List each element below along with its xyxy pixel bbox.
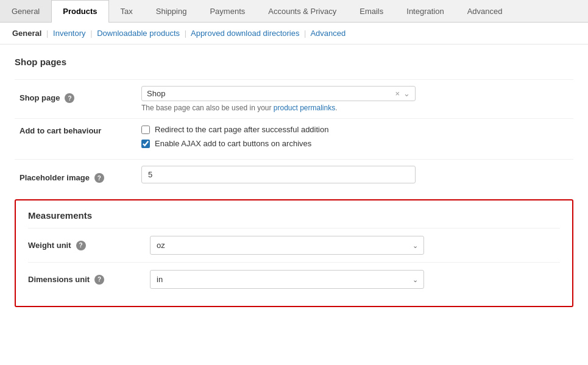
dimensions-unit-select-wrapper: m cm mm in yd ft ⌄: [150, 270, 424, 289]
dimensions-unit-label: Dimensions unit: [28, 275, 90, 284]
shop-page-label-cell: Shop page ?: [15, 80, 136, 119]
weight-unit-label-wrapper: Weight unit ?: [28, 241, 150, 250]
dimensions-unit-row: Dimensions unit ? m cm mm in yd ft ⌄: [28, 262, 560, 296]
add-to-cart-row: Add to cart behaviour Redirect to the ca…: [15, 119, 573, 160]
tab-emails[interactable]: Emails: [348, 0, 395, 22]
dimensions-unit-select[interactable]: m cm mm in yd ft: [150, 270, 424, 289]
subnav-advanced[interactable]: Advanced: [310, 29, 345, 38]
dimensions-unit-label-wrapper: Dimensions unit ?: [28, 275, 150, 285]
main-content: Shop pages Shop page ? Shop × ⌄: [0, 44, 588, 319]
subnav-current: General: [12, 29, 41, 38]
tab-integration[interactable]: Integration: [395, 0, 455, 22]
placeholder-image-field-cell: [136, 160, 573, 190]
placeholder-image-label: Placeholder image: [19, 173, 90, 182]
shop-page-field-cell: Shop × ⌄ The base page can also be used …: [136, 80, 573, 119]
add-to-cart-field-cell: Redirect to the cart page after successf…: [136, 119, 573, 160]
shop-page-help-icon[interactable]: ?: [65, 93, 74, 103]
weight-unit-select-wrapper: g kg lbs oz ⌄: [150, 236, 424, 255]
tab-advanced[interactable]: Advanced: [456, 0, 514, 22]
ajax-checkbox-label: Enable AJAX add to cart buttons on archi…: [155, 139, 311, 148]
shop-page-row: Shop page ? Shop × ⌄ The base page can a…: [15, 80, 573, 119]
ajax-checkbox-row: Enable AJAX add to cart buttons on archi…: [141, 139, 569, 148]
shop-page-select-wrapper: Shop × ⌄: [141, 86, 416, 101]
page-wrapper: General Products Tax Shipping Payments A…: [0, 0, 588, 365]
dimensions-unit-help-icon[interactable]: ?: [94, 275, 104, 285]
weight-unit-help-icon[interactable]: ?: [76, 241, 86, 250]
weight-unit-row: Weight unit ? g kg lbs oz ⌄: [28, 228, 560, 262]
tab-products[interactable]: Products: [51, 0, 108, 23]
redirect-checkbox[interactable]: [141, 126, 150, 134]
redirect-checkbox-label: Redirect to the cart page after successf…: [155, 125, 328, 134]
dimensions-unit-field: m cm mm in yd ft ⌄: [150, 270, 560, 289]
add-to-cart-label-cell: Add to cart behaviour: [15, 119, 136, 160]
settings-table: Shop page ? Shop × ⌄ The base page can a…: [15, 79, 573, 190]
weight-unit-label: Weight unit: [28, 241, 71, 250]
shop-page-description: The base page can also be used in your p…: [141, 104, 569, 112]
subnav-inventory[interactable]: Inventory: [53, 29, 85, 38]
placeholder-image-row: Placeholder image ?: [15, 160, 573, 190]
redirect-checkbox-row: Redirect to the cart page after successf…: [141, 125, 569, 134]
product-permalinks-link[interactable]: product permalinks: [274, 104, 335, 112]
tab-tax[interactable]: Tax: [109, 0, 144, 22]
nav-tabs: General Products Tax Shipping Payments A…: [0, 0, 588, 23]
add-to-cart-label: Add to cart behaviour: [19, 126, 101, 135]
shop-page-label: Shop page: [19, 93, 60, 102]
tab-payments[interactable]: Payments: [198, 0, 257, 22]
weight-unit-field: g kg lbs oz ⌄: [150, 236, 560, 255]
measurements-section: Measurements Weight unit ? g kg lbs oz: [15, 199, 573, 307]
tab-accounts-privacy[interactable]: Accounts & Privacy: [257, 0, 348, 22]
sub-nav: General | Inventory | Downloadable produ…: [0, 23, 588, 44]
tab-shipping[interactable]: Shipping: [144, 0, 199, 22]
placeholder-image-input[interactable]: [141, 166, 416, 183]
placeholder-image-help-icon[interactable]: ?: [94, 173, 104, 183]
shop-page-clear-button[interactable]: ×: [395, 89, 400, 98]
shop-page-chevron-icon: ⌄: [403, 89, 410, 98]
placeholder-image-label-cell: Placeholder image ?: [15, 160, 136, 190]
weight-unit-select[interactable]: g kg lbs oz: [150, 236, 424, 255]
tab-general[interactable]: General: [0, 0, 51, 22]
shop-pages-title: Shop pages: [15, 57, 573, 67]
measurements-title: Measurements: [28, 210, 560, 221]
ajax-checkbox[interactable]: [141, 140, 150, 148]
shop-page-value: Shop: [147, 89, 395, 98]
subnav-downloadable-products[interactable]: Downloadable products: [97, 29, 180, 38]
subnav-approved-download-directories[interactable]: Approved download directories: [191, 29, 300, 38]
